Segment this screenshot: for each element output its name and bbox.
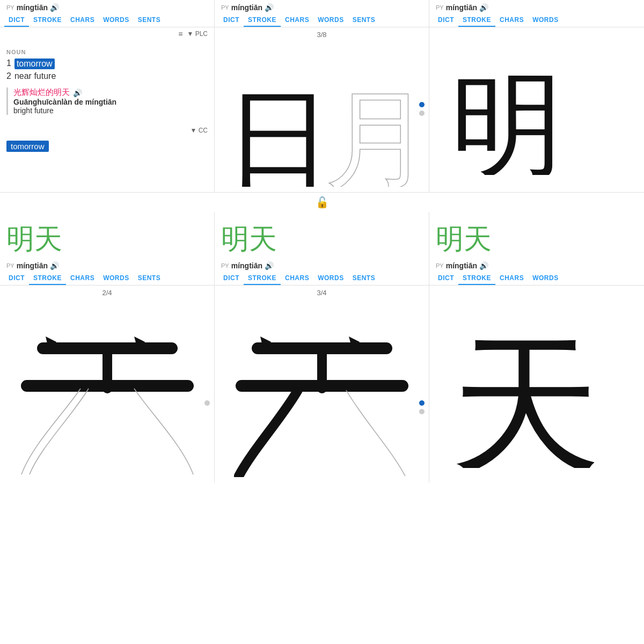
py-line-b1: PY míngtiān 🔊 bbox=[0, 258, 214, 270]
tab-dict-b3[interactable]: DICT bbox=[434, 272, 458, 285]
tab-sents-b2[interactable]: SENTS bbox=[348, 272, 380, 285]
tab-bar-2: DICT STROKE CHARS WORDS SENTS bbox=[215, 12, 429, 27]
noun-label: NOUN bbox=[6, 45, 208, 57]
example-sound-icon[interactable]: 🔊 bbox=[73, 89, 82, 97]
sound-icon-1[interactable]: 🔊 bbox=[50, 3, 59, 12]
svg-text:日: 日 bbox=[225, 80, 333, 187]
dot-indicator-b2 bbox=[419, 400, 425, 414]
tab-dict-b1[interactable]: DICT bbox=[4, 272, 29, 285]
stroke-svg-b2 bbox=[225, 305, 419, 477]
panel-bottom-right: 明天 PY míngtiān 🔊 DICT STROKE CHARS WORDS… bbox=[429, 212, 644, 482]
def-text-2: near future bbox=[14, 71, 56, 81]
tab-chars-b1[interactable]: CHARS bbox=[66, 272, 99, 285]
tab-bar-b1: DICT STROKE CHARS WORDS SENTS bbox=[0, 270, 214, 286]
sound-icon-3[interactable]: 🔊 bbox=[479, 3, 488, 12]
tab-words-2[interactable]: WORDS bbox=[313, 14, 348, 27]
stroke-svg-top-right: 明 bbox=[445, 30, 628, 175]
sound-icon-b1[interactable]: 🔊 bbox=[50, 261, 59, 270]
stroke-svg-b3: 天 bbox=[440, 286, 633, 468]
tab-sents-b1[interactable]: SENTS bbox=[134, 272, 165, 285]
svg-text:天: 天 bbox=[451, 323, 601, 468]
py-line-b2: PY míngtiān 🔊 bbox=[215, 258, 429, 270]
def-num-1: 1 bbox=[6, 58, 11, 68]
chinese-title-1: 明天 bbox=[0, 212, 214, 258]
panel-bottom-left: 明天 PY míngtiān 🔊 DICT STROKE CHARS WORDS… bbox=[0, 212, 215, 482]
lock-icon[interactable]: 🔓 bbox=[316, 196, 329, 209]
example-block: 光辉灿烂的明天 🔊 Guānghuīcànlàn de míngtiān bri… bbox=[6, 87, 208, 115]
tomorrow-badge[interactable]: tomorrow bbox=[6, 141, 49, 152]
stroke-svg-top-mid: 日 月 bbox=[220, 47, 424, 187]
panel-top-stroke-mid: PY míngtiān 🔊 DICT STROKE CHARS WORDS SE… bbox=[215, 0, 429, 192]
plc-button[interactable]: ▼ PLC bbox=[187, 30, 208, 38]
stroke-counter-top-mid: 3/8 bbox=[215, 27, 429, 42]
panel-top-dict: PY míngtiān 🔊 DICT STROKE CHARS WORDS SE… bbox=[0, 0, 215, 192]
tab-dict-2[interactable]: DICT bbox=[219, 14, 244, 27]
py-text-3: míngtiān bbox=[446, 3, 477, 12]
svg-text:明: 明 bbox=[451, 64, 564, 175]
example-chinese: 光辉灿烂的明天 bbox=[13, 87, 70, 98]
stroke-area-b1 bbox=[0, 300, 214, 482]
py-line-3: PY míngtiān 🔊 bbox=[429, 0, 644, 12]
tab-chars-b2[interactable]: CHARS bbox=[281, 272, 313, 285]
py-label-b3: PY bbox=[436, 262, 444, 269]
dot-active bbox=[419, 102, 425, 107]
cc-bar: ▼ CC bbox=[0, 125, 214, 136]
def-num-2: 2 bbox=[6, 71, 11, 81]
dict-content: NOUN 1 tomorrow 2 near future 光辉灿烂的明天 🔊 … bbox=[0, 40, 214, 125]
py-text-b1: míngtiān bbox=[17, 261, 48, 270]
tab-stroke-b1[interactable]: STROKE bbox=[29, 272, 66, 285]
tab-chars-1[interactable]: CHARS bbox=[66, 14, 99, 27]
sound-icon-b3[interactable]: 🔊 bbox=[479, 261, 488, 270]
py-label-b1: PY bbox=[6, 262, 14, 269]
tab-chars-2[interactable]: CHARS bbox=[281, 14, 313, 27]
tab-words-b1[interactable]: WORDS bbox=[99, 272, 134, 285]
py-text-1: míngtiān bbox=[17, 3, 48, 12]
tab-bar-b3: DICT STROKE CHARS WORDS bbox=[429, 270, 644, 286]
dot-b2-active bbox=[419, 400, 425, 406]
tab-words-1[interactable]: WORDS bbox=[99, 14, 134, 27]
tab-sents-2[interactable]: SENTS bbox=[348, 14, 380, 27]
tab-stroke-b3[interactable]: STROKE bbox=[458, 272, 495, 285]
tab-dict-b2[interactable]: DICT bbox=[219, 272, 244, 285]
tab-stroke-b2[interactable]: STROKE bbox=[244, 272, 281, 285]
py-label-1: PY bbox=[6, 4, 14, 11]
py-text-2: míngtiān bbox=[231, 3, 262, 12]
panel-bottom-mid: 明天 PY míngtiān 🔊 DICT STROKE CHARS WORDS… bbox=[215, 212, 429, 482]
stroke-area-b2 bbox=[215, 300, 429, 482]
cc-label[interactable]: ▼ CC bbox=[190, 127, 208, 134]
example-chinese-line: 光辉灿烂的明天 🔊 bbox=[13, 87, 208, 98]
tab-stroke-2[interactable]: STROKE bbox=[244, 14, 281, 27]
py-label-2: PY bbox=[221, 4, 229, 11]
dot-b2-2 bbox=[419, 409, 425, 414]
stroke-area-b3: 天 bbox=[429, 286, 644, 468]
stroke-counter-b2: 3/4 bbox=[215, 286, 429, 300]
tab-chars-3[interactable]: CHARS bbox=[495, 14, 528, 27]
example-pinyin: Guānghuīcànlàn de míngtiān bbox=[13, 98, 208, 106]
tab-stroke-3[interactable]: STROKE bbox=[458, 14, 495, 27]
panel-top-stroke-right: PY míngtiān 🔊 DICT STROKE CHARS WORDS 明 bbox=[429, 0, 644, 192]
chinese-title-3: 明天 bbox=[429, 212, 644, 258]
sound-icon-2[interactable]: 🔊 bbox=[265, 3, 274, 12]
tab-words-b3[interactable]: WORDS bbox=[528, 272, 563, 285]
py-line-b3: PY míngtiān 🔊 bbox=[429, 258, 644, 270]
tab-sents-1[interactable]: SENTS bbox=[134, 14, 165, 27]
py-text-b2: míngtiān bbox=[231, 261, 262, 270]
dot-b1-1 bbox=[204, 400, 210, 406]
stroke-char-area-top-right: 明 bbox=[429, 27, 644, 178]
sound-icon-b2[interactable]: 🔊 bbox=[265, 261, 274, 270]
svg-text:月: 月 bbox=[325, 80, 424, 187]
filter-icon[interactable]: ≡ bbox=[178, 30, 182, 38]
py-label-b2: PY bbox=[221, 262, 229, 269]
stroke-svg-b1 bbox=[11, 305, 204, 477]
tab-bar-1: DICT STROKE CHARS WORDS SENTS bbox=[0, 12, 214, 27]
stroke-counter-b1: 2/4 bbox=[0, 286, 214, 300]
tab-words-b2[interactable]: WORDS bbox=[313, 272, 348, 285]
dot-indicator-top-mid bbox=[419, 102, 425, 116]
chinese-title-2: 明天 bbox=[215, 212, 429, 258]
tab-chars-b3[interactable]: CHARS bbox=[495, 272, 528, 285]
py-line-1: PY míngtiān 🔊 bbox=[0, 0, 214, 12]
tab-dict-1[interactable]: DICT bbox=[4, 14, 29, 27]
tab-words-3[interactable]: WORDS bbox=[528, 14, 563, 27]
tab-stroke-1[interactable]: STROKE bbox=[29, 14, 66, 27]
tab-dict-3[interactable]: DICT bbox=[434, 14, 458, 27]
